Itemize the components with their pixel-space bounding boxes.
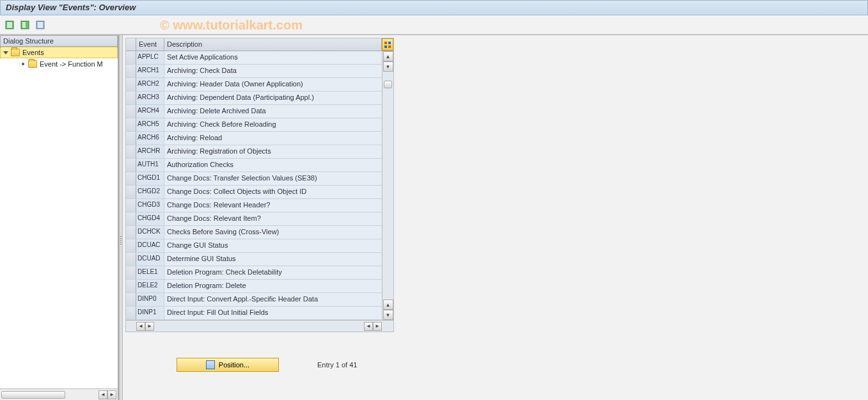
svg-rect-15 (388, 45, 391, 48)
table-settings-icon[interactable] (382, 38, 393, 51)
expand-icon[interactable] (3, 51, 8, 54)
cell-description: Authorization Checks (164, 159, 382, 172)
row-marker[interactable] (126, 266, 136, 279)
cell-event: CHGD1 (136, 172, 164, 185)
table-row[interactable]: APPLCSet Active Applications (126, 51, 382, 65)
expand-all-icon[interactable] (4, 19, 15, 31)
vscroll-thumb[interactable] (384, 81, 392, 88)
table-row[interactable]: DCUADDetermine GUI Status (126, 253, 382, 266)
scroll-up-icon[interactable]: ▲ (383, 51, 393, 61)
row-marker[interactable] (126, 199, 136, 212)
position-button[interactable]: Position... (177, 358, 279, 372)
row-marker[interactable] (126, 132, 136, 145)
table-row[interactable]: DCHCKChecks Before Saving (Cross-View) (126, 226, 382, 239)
scroll-down-icon[interactable]: ▼ (383, 61, 393, 72)
cell-description: Change Docs: Transfer Selection Values (… (164, 172, 382, 185)
grid-hscroll: ◄ ► ◄ ► (126, 320, 393, 332)
table-row[interactable]: CHGD1Change Docs: Transfer Selection Val… (126, 172, 382, 186)
row-marker[interactable] (126, 293, 136, 306)
table-row[interactable]: DINP1Direct Input: Fill Out Initial Fiel… (126, 307, 382, 320)
table-row[interactable]: ARCH4Archiving: Delete Archived Data (126, 105, 382, 118)
vscroll-track[interactable] (383, 72, 393, 300)
row-marker[interactable] (126, 186, 136, 198)
svg-rect-11 (38, 26, 43, 28)
col-event[interactable]: Event (136, 38, 164, 51)
position-icon (206, 360, 215, 369)
cell-description: Archiving: Reload (164, 132, 382, 145)
row-marker[interactable] (126, 92, 136, 104)
collapse-all-icon[interactable] (19, 19, 31, 31)
row-marker[interactable] (126, 239, 136, 252)
table-row[interactable]: ARCHRArchiving: Registration of Objects (126, 145, 382, 159)
sidebar: Dialog Structure Events Event -> Functio… (0, 35, 119, 400)
table-row[interactable]: ARCH6Archiving: Reload (126, 132, 382, 145)
table-row[interactable]: ARCH2Archiving: Header Data (Owner Appli… (126, 78, 382, 92)
folder-open-icon (11, 49, 20, 56)
row-marker[interactable] (126, 159, 136, 172)
cell-event: APPLC (136, 51, 164, 64)
hscroll-right2-icon[interactable]: ► (373, 322, 382, 331)
print-icon[interactable] (35, 19, 46, 31)
table-row[interactable]: CHGD4Change Docs: Relevant Item? (126, 212, 382, 226)
table-row[interactable]: DELE1Deletion Program: Check Deletabilit… (126, 266, 382, 280)
table-row[interactable]: ARCH5Archiving: Check Before Reloading (126, 118, 382, 132)
cell-event: DCHCK (136, 226, 164, 239)
cell-event: DINP0 (136, 293, 164, 306)
hscroll-thumb[interactable] (1, 391, 65, 399)
grid-header: Event Description (126, 38, 393, 51)
grid: Event Description APPLCSet Active Applic… (125, 38, 394, 332)
cell-event: CHGD4 (136, 212, 164, 225)
svg-rect-12 (384, 42, 387, 44)
hscroll-right-icon[interactable]: ► (145, 322, 154, 331)
position-label: Position... (219, 361, 249, 369)
row-marker[interactable] (126, 105, 136, 118)
table-row[interactable]: CHGD2Change Docs: Collect Objects with O… (126, 186, 382, 199)
row-marker[interactable] (126, 78, 136, 91)
svg-rect-7 (22, 26, 26, 28)
scroll-up2-icon[interactable]: ▲ (383, 300, 393, 310)
table-row[interactable]: DCUACChange GUI Status (126, 239, 382, 253)
row-marker[interactable] (126, 65, 136, 77)
row-marker-header[interactable] (126, 38, 136, 51)
tree-node-events[interactable]: Events (0, 47, 118, 58)
cell-event: ARCH6 (136, 132, 164, 145)
cell-event: ARCH1 (136, 65, 164, 77)
cell-description: Determine GUI Status (164, 253, 382, 266)
table-row[interactable]: CHGD3Change Docs: Relevant Header? (126, 199, 382, 212)
svg-rect-10 (38, 24, 43, 26)
row-marker[interactable] (126, 280, 136, 292)
row-marker[interactable] (126, 253, 136, 266)
bullet-icon (22, 63, 24, 65)
scroll-down2-icon[interactable]: ▼ (383, 310, 393, 320)
hscroll-left-icon[interactable]: ◄ (136, 322, 145, 331)
cell-description: Change GUI Status (164, 239, 382, 252)
cell-event: ARCH4 (136, 105, 164, 118)
cell-description: Change Docs: Relevant Header? (164, 199, 382, 212)
table-row[interactable]: DINP0Direct Input: Convert Appl.-Specifi… (126, 293, 382, 307)
table-row[interactable]: DELE2Deletion Program: Delete (126, 280, 382, 293)
scroll-left-icon[interactable]: ◄ (99, 390, 107, 399)
table-row[interactable]: ARCH3Archiving: Dependent Data (Particip… (126, 92, 382, 105)
cell-description: Direct Input: Fill Out Initial Fields (164, 307, 382, 319)
tree-node-child[interactable]: Event -> Function M (0, 58, 118, 70)
cell-event: ARCH3 (136, 92, 164, 104)
row-marker[interactable] (126, 118, 136, 131)
row-marker[interactable] (126, 145, 136, 158)
cell-description: Checks Before Saving (Cross-View) (164, 226, 382, 239)
hscroll-left2-icon[interactable]: ◄ (364, 322, 373, 331)
col-description[interactable]: Description (164, 38, 382, 51)
cell-description: Archiving: Check Data (164, 65, 382, 77)
table-row[interactable]: AUTH1Authorization Checks (126, 159, 382, 172)
svg-rect-3 (7, 26, 12, 28)
scroll-right-icon[interactable]: ► (107, 390, 116, 399)
cell-event: ARCHR (136, 145, 164, 158)
table-row[interactable]: ARCH1Archiving: Check Data (126, 65, 382, 78)
svg-rect-13 (388, 42, 391, 44)
row-marker[interactable] (126, 307, 136, 319)
cell-event: DELE1 (136, 266, 164, 279)
row-marker[interactable] (126, 172, 136, 185)
row-marker[interactable] (126, 212, 136, 225)
row-marker[interactable] (126, 226, 136, 239)
tree: Events Event -> Function M (0, 47, 118, 388)
row-marker[interactable] (126, 51, 136, 64)
